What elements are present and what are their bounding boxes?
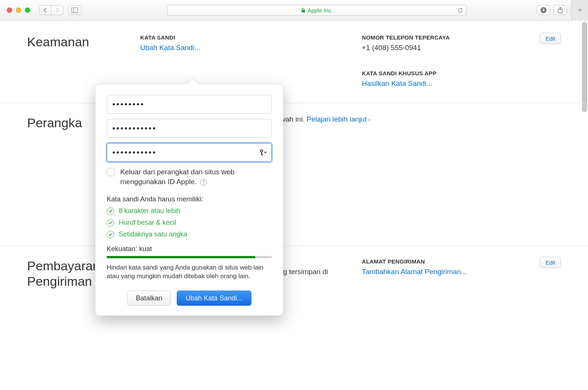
shipping-heading: ALAMAT PENGIRIMAN bbox=[362, 258, 561, 265]
password-strength-bar bbox=[107, 256, 272, 258]
svg-rect-2 bbox=[302, 10, 305, 12]
share-button[interactable] bbox=[553, 5, 567, 15]
nav-back-forward bbox=[39, 5, 63, 15]
svg-rect-0 bbox=[72, 8, 78, 13]
trusted-phone-value: +1 (408) 555-0941 bbox=[362, 44, 561, 52]
password-strength-label: Kekuatan: kuat bbox=[107, 245, 272, 253]
new-password-input[interactable]: ••••••••••• bbox=[107, 119, 272, 138]
window-maximize-button[interactable] bbox=[25, 8, 30, 13]
change-password-link[interactable]: Ubah Kata Sandi... bbox=[140, 44, 339, 52]
learn-more-link[interactable]: Pelajari lebih lanjut› bbox=[306, 115, 370, 123]
app-password-heading: KATA SANDI KHUSUS APP bbox=[362, 70, 561, 76]
password-requirements-title: Kata sandi Anda harus memiliki: bbox=[107, 195, 272, 203]
section-title-security: Keamanan bbox=[27, 34, 140, 88]
payment-edit-button[interactable]: Edit bbox=[540, 257, 561, 268]
window-controls bbox=[7, 8, 30, 13]
confirm-password-input[interactable]: ••••••••••• bbox=[107, 143, 272, 162]
password-req-number: Setidaknya satu angka bbox=[107, 230, 272, 238]
section-security: Keamanan KATA SANDI Ubah Kata Sandi... E… bbox=[0, 21, 588, 103]
page-content: Keamanan KATA SANDI Ubah Kata Sandi... E… bbox=[0, 21, 588, 310]
trusted-phone-heading: NOMOR TELEPON TEPERCAYA bbox=[362, 34, 561, 41]
section-devices: Perangka t di bawah ini. Pelajari lebih … bbox=[0, 103, 588, 246]
signout-checkbox[interactable] bbox=[107, 168, 115, 176]
new-tab-button[interactable]: + bbox=[571, 0, 588, 21]
cancel-button[interactable]: Batalkan bbox=[127, 291, 171, 306]
nav-forward-button[interactable] bbox=[51, 5, 63, 15]
check-icon bbox=[107, 231, 114, 238]
password-req-case: Huruf besar & kecil bbox=[107, 219, 272, 227]
lock-icon bbox=[301, 8, 305, 13]
password-heading: KATA SANDI bbox=[140, 34, 339, 41]
signout-checkbox-label: Keluar dari perangkat dan situs web meng… bbox=[120, 167, 272, 186]
window-minimize-button[interactable] bbox=[16, 8, 21, 13]
sidebar-toggle-button[interactable] bbox=[68, 5, 81, 15]
window-close-button[interactable] bbox=[7, 8, 12, 13]
password-key-icon[interactable] bbox=[260, 149, 267, 155]
change-password-submit-button[interactable]: Ubah Kata Sandi... bbox=[177, 291, 251, 306]
reload-icon[interactable] bbox=[458, 8, 463, 13]
address-bar-text: Apple Inc. bbox=[308, 7, 333, 14]
nav-back-button[interactable] bbox=[39, 5, 51, 15]
security-edit-button[interactable]: Edit bbox=[540, 33, 561, 44]
add-shipping-link[interactable]: Tambahkan Alamat Pengiriman... bbox=[362, 268, 561, 276]
current-password-input[interactable]: •••••••• bbox=[107, 95, 272, 114]
check-icon bbox=[107, 207, 114, 215]
check-icon bbox=[107, 219, 114, 227]
chevron-right-icon: › bbox=[368, 117, 370, 123]
section-payment: Pembayaran & Pengiriman METODE PEMBAYARA… bbox=[0, 246, 588, 310]
password-req-length: 8 karakter atau lebih bbox=[107, 207, 272, 215]
address-bar[interactable]: Apple Inc. bbox=[167, 5, 467, 16]
help-icon[interactable]: ? bbox=[200, 179, 207, 186]
svg-point-7 bbox=[260, 150, 263, 152]
change-password-popover: •••••••• ••••••••••• ••••••••••• Keluar … bbox=[95, 84, 283, 316]
password-advice-text: Hindari kata sandi yang Anda gunakan di … bbox=[107, 264, 272, 281]
browser-toolbar: Apple Inc. + bbox=[0, 0, 588, 21]
downloads-button[interactable] bbox=[537, 5, 550, 15]
generate-password-link[interactable]: Hasilkan Kata Sandi... bbox=[362, 79, 561, 88]
